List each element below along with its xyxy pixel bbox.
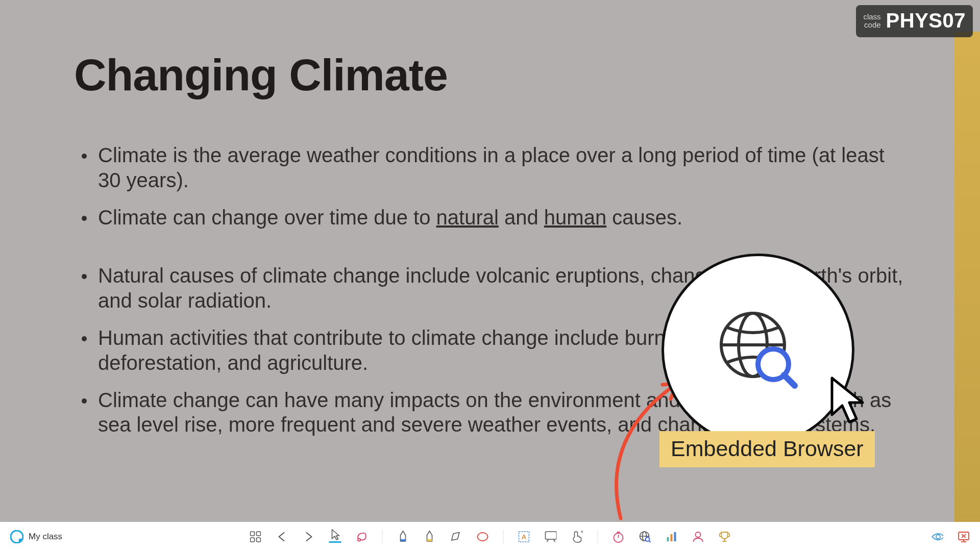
svg-line-28	[649, 541, 651, 542]
slide-area: class code PHYS07 Changing Climate Clima…	[0, 0, 980, 522]
lasso-tool-icon[interactable]	[356, 531, 368, 543]
svg-point-35	[936, 535, 940, 539]
back-arrow-icon[interactable]	[276, 531, 288, 543]
svg-rect-29	[667, 537, 669, 541]
toolbar-right	[931, 531, 970, 543]
toolbar-center: A +	[250, 530, 731, 544]
class-label-line2: code	[863, 21, 880, 29]
shape-circle-icon[interactable]	[477, 531, 489, 543]
svg-point-27	[646, 537, 650, 541]
class-code-value: PHYS07	[886, 9, 966, 32]
student-pick-icon[interactable]	[692, 531, 704, 543]
cursor-tool-icon[interactable]	[329, 531, 341, 543]
slide-title: Changing Climate	[74, 49, 448, 101]
exit-presentation-icon[interactable]	[958, 531, 970, 543]
svg-rect-8	[257, 532, 261, 536]
whiteboard-icon[interactable]	[545, 531, 557, 543]
trophy-icon[interactable]	[719, 531, 731, 543]
svg-text:A: A	[522, 533, 527, 541]
toolbar-separator	[503, 530, 504, 544]
timer-icon[interactable]	[612, 531, 625, 543]
svg-rect-9	[251, 538, 255, 542]
bullet-dot	[82, 398, 87, 404]
pen-blue-icon[interactable]	[397, 531, 409, 543]
toolbar-separator	[598, 530, 598, 544]
gesture-tool-icon[interactable]: +	[571, 531, 583, 543]
visibility-eye-icon[interactable]	[931, 531, 943, 543]
svg-point-11	[358, 538, 360, 541]
svg-rect-17	[546, 532, 557, 539]
svg-rect-7	[251, 532, 255, 536]
bullet-dot	[82, 154, 87, 159]
eraser-icon[interactable]	[450, 531, 462, 543]
svg-rect-31	[674, 532, 676, 541]
poll-chart-icon[interactable]	[666, 531, 678, 543]
my-class-label[interactable]: My class	[29, 532, 62, 542]
toolbar-separator	[382, 530, 383, 544]
accent-strip	[954, 32, 980, 522]
callout-magnifier-circle	[662, 254, 854, 446]
svg-point-6	[19, 538, 22, 542]
bullet-dot	[82, 216, 87, 221]
pen-yellow-icon[interactable]	[424, 531, 436, 543]
class-label-line1: class	[863, 13, 880, 21]
bullet-text: Climate is the average weather condition…	[98, 143, 909, 193]
toolbar-left[interactable]: My class	[10, 530, 62, 543]
bullet-dot	[82, 274, 87, 279]
text-tool-icon[interactable]: A	[518, 531, 530, 543]
callout-label: Embedded Browser	[659, 431, 875, 467]
svg-text:+: +	[581, 530, 583, 535]
svg-rect-12	[401, 539, 406, 541]
svg-rect-10	[257, 538, 261, 542]
cursor-pointer-icon	[827, 374, 873, 430]
bullet-item: Climate is the average weather condition…	[82, 143, 909, 193]
svg-line-4	[784, 375, 795, 386]
forward-arrow-icon[interactable]	[303, 531, 315, 543]
bullet-item: Climate can change over time due to natu…	[82, 205, 909, 230]
browser-globe-icon[interactable]	[639, 531, 651, 543]
bullet-text: Climate can change over time due to natu…	[98, 205, 682, 230]
svg-rect-13	[427, 539, 432, 541]
svg-rect-30	[671, 534, 673, 541]
svg-point-32	[696, 532, 701, 537]
svg-point-14	[478, 533, 488, 541]
globe-search-icon	[717, 309, 799, 391]
app-logo-icon[interactable]	[10, 530, 23, 543]
apps-icon[interactable]	[250, 531, 262, 543]
class-code-badge: class code PHYS07	[856, 5, 973, 37]
class-code-label: class code	[863, 13, 880, 29]
bottom-toolbar: My class A +	[0, 522, 980, 551]
bullet-dot	[82, 336, 87, 341]
